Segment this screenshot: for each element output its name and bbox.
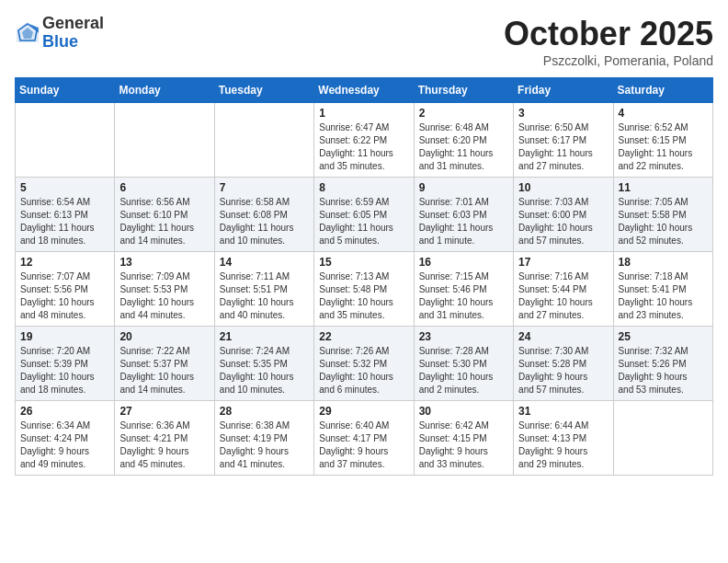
day-info: Sunrise: 6:40 AM Sunset: 4:17 PM Dayligh… xyxy=(319,419,408,471)
day-cell xyxy=(115,103,214,178)
day-number: 27 xyxy=(119,405,209,418)
day-cell: 19Sunrise: 7:20 AM Sunset: 5:39 PM Dayli… xyxy=(16,327,115,401)
day-info: Sunrise: 6:34 AM Sunset: 4:24 PM Dayligh… xyxy=(20,419,109,471)
day-cell: 13Sunrise: 7:09 AM Sunset: 5:53 PM Dayli… xyxy=(115,252,214,327)
day-info: Sunrise: 7:03 AM Sunset: 6:00 PM Dayligh… xyxy=(518,196,608,247)
day-cell: 8Sunrise: 6:59 AM Sunset: 6:05 PM Daylig… xyxy=(314,178,414,252)
location: Pszczolki, Pomerania, Poland xyxy=(504,53,713,68)
day-info: Sunrise: 7:01 AM Sunset: 6:03 PM Dayligh… xyxy=(419,196,508,247)
day-number: 17 xyxy=(518,256,608,269)
day-number: 23 xyxy=(419,330,508,343)
day-cell: 22Sunrise: 7:26 AM Sunset: 5:32 PM Dayli… xyxy=(314,327,414,401)
day-number: 10 xyxy=(518,181,608,194)
day-number: 25 xyxy=(619,330,708,343)
day-number: 11 xyxy=(619,181,708,194)
week-row-2: 5Sunrise: 6:54 AM Sunset: 6:13 PM Daylig… xyxy=(16,178,713,252)
day-cell: 31Sunrise: 6:44 AM Sunset: 4:13 PM Dayli… xyxy=(514,401,613,476)
day-number: 12 xyxy=(20,256,109,269)
day-cell: 30Sunrise: 6:42 AM Sunset: 4:15 PM Dayli… xyxy=(414,401,513,476)
day-cell: 12Sunrise: 7:07 AM Sunset: 5:56 PM Dayli… xyxy=(16,252,115,327)
day-info: Sunrise: 7:20 AM Sunset: 5:39 PM Dayligh… xyxy=(20,345,109,396)
week-row-1: 1Sunrise: 6:47 AM Sunset: 6:22 PM Daylig… xyxy=(16,103,713,178)
day-info: Sunrise: 7:09 AM Sunset: 5:53 PM Dayligh… xyxy=(119,270,209,322)
header-cell-thursday: Thursday xyxy=(414,78,513,103)
day-info: Sunrise: 7:16 AM Sunset: 5:44 PM Dayligh… xyxy=(518,270,608,322)
day-cell: 9Sunrise: 7:01 AM Sunset: 6:03 PM Daylig… xyxy=(414,178,513,252)
day-cell: 24Sunrise: 7:30 AM Sunset: 5:28 PM Dayli… xyxy=(514,327,613,401)
day-info: Sunrise: 7:11 AM Sunset: 5:51 PM Dayligh… xyxy=(220,270,309,322)
day-cell: 2Sunrise: 6:48 AM Sunset: 6:20 PM Daylig… xyxy=(414,103,513,178)
day-number: 2 xyxy=(419,107,508,120)
day-number: 4 xyxy=(619,107,708,120)
logo: General Blue xyxy=(15,15,104,52)
day-cell: 14Sunrise: 7:11 AM Sunset: 5:51 PM Dayli… xyxy=(214,252,313,327)
day-cell: 25Sunrise: 7:32 AM Sunset: 5:26 PM Dayli… xyxy=(613,327,712,401)
header-row: SundayMondayTuesdayWednesdayThursdayFrid… xyxy=(16,78,713,103)
day-number: 22 xyxy=(319,330,408,343)
day-info: Sunrise: 7:22 AM Sunset: 5:37 PM Dayligh… xyxy=(119,345,209,396)
day-info: Sunrise: 7:15 AM Sunset: 5:46 PM Dayligh… xyxy=(419,270,508,322)
day-info: Sunrise: 7:26 AM Sunset: 5:32 PM Dayligh… xyxy=(319,345,408,396)
day-cell xyxy=(613,401,712,476)
day-info: Sunrise: 7:28 AM Sunset: 5:30 PM Dayligh… xyxy=(419,345,508,396)
day-number: 26 xyxy=(20,405,109,418)
header-cell-monday: Monday xyxy=(115,78,214,103)
calendar-header: SundayMondayTuesdayWednesdayThursdayFrid… xyxy=(16,78,713,103)
title-block: October 2025 Pszczolki, Pomerania, Polan… xyxy=(504,15,713,68)
day-info: Sunrise: 6:47 AM Sunset: 6:22 PM Dayligh… xyxy=(319,121,408,173)
day-info: Sunrise: 6:54 AM Sunset: 6:13 PM Dayligh… xyxy=(20,196,109,247)
week-row-4: 19Sunrise: 7:20 AM Sunset: 5:39 PM Dayli… xyxy=(16,327,713,401)
day-number: 24 xyxy=(518,330,608,343)
day-number: 31 xyxy=(518,405,608,418)
day-info: Sunrise: 7:32 AM Sunset: 5:26 PM Dayligh… xyxy=(619,345,708,396)
day-number: 7 xyxy=(220,181,309,194)
day-cell: 7Sunrise: 6:58 AM Sunset: 6:08 PM Daylig… xyxy=(214,178,313,252)
day-number: 5 xyxy=(20,181,109,194)
day-number: 30 xyxy=(419,405,508,418)
day-info: Sunrise: 7:18 AM Sunset: 5:41 PM Dayligh… xyxy=(619,270,708,322)
day-number: 6 xyxy=(119,181,209,194)
day-cell: 29Sunrise: 6:40 AM Sunset: 4:17 PM Dayli… xyxy=(314,401,414,476)
day-cell: 17Sunrise: 7:16 AM Sunset: 5:44 PM Dayli… xyxy=(514,252,613,327)
day-number: 19 xyxy=(20,330,109,343)
logo-blue: Blue xyxy=(42,33,104,52)
day-info: Sunrise: 7:07 AM Sunset: 5:56 PM Dayligh… xyxy=(20,270,109,322)
day-cell: 5Sunrise: 6:54 AM Sunset: 6:13 PM Daylig… xyxy=(16,178,115,252)
header-cell-sunday: Sunday xyxy=(16,78,115,103)
day-cell: 15Sunrise: 7:13 AM Sunset: 5:48 PM Dayli… xyxy=(314,252,414,327)
day-info: Sunrise: 7:13 AM Sunset: 5:48 PM Dayligh… xyxy=(319,270,408,322)
day-info: Sunrise: 6:44 AM Sunset: 4:13 PM Dayligh… xyxy=(518,419,608,471)
day-cell: 4Sunrise: 6:52 AM Sunset: 6:15 PM Daylig… xyxy=(613,103,712,178)
page-header: General Blue October 2025 Pszczolki, Pom… xyxy=(15,15,713,68)
day-cell: 3Sunrise: 6:50 AM Sunset: 6:17 PM Daylig… xyxy=(514,103,613,178)
day-number: 20 xyxy=(119,330,209,343)
month-title: October 2025 xyxy=(504,15,713,53)
day-info: Sunrise: 6:36 AM Sunset: 4:21 PM Dayligh… xyxy=(119,419,209,471)
day-number: 8 xyxy=(319,181,408,194)
day-number: 21 xyxy=(220,330,309,343)
day-info: Sunrise: 6:59 AM Sunset: 6:05 PM Dayligh… xyxy=(319,196,408,247)
day-number: 18 xyxy=(619,256,708,269)
logo-general: General xyxy=(42,15,104,33)
day-cell: 16Sunrise: 7:15 AM Sunset: 5:46 PM Dayli… xyxy=(414,252,513,327)
header-cell-saturday: Saturday xyxy=(613,78,712,103)
day-cell: 20Sunrise: 7:22 AM Sunset: 5:37 PM Dayli… xyxy=(115,327,214,401)
day-number: 13 xyxy=(119,256,209,269)
header-cell-friday: Friday xyxy=(514,78,613,103)
day-info: Sunrise: 6:58 AM Sunset: 6:08 PM Dayligh… xyxy=(220,196,309,247)
day-info: Sunrise: 6:56 AM Sunset: 6:10 PM Dayligh… xyxy=(119,196,209,247)
day-info: Sunrise: 6:48 AM Sunset: 6:20 PM Dayligh… xyxy=(419,121,508,173)
day-number: 9 xyxy=(419,181,508,194)
header-cell-tuesday: Tuesday xyxy=(214,78,313,103)
day-number: 1 xyxy=(319,107,408,120)
day-info: Sunrise: 7:24 AM Sunset: 5:35 PM Dayligh… xyxy=(220,345,309,396)
day-number: 15 xyxy=(319,256,408,269)
day-cell: 27Sunrise: 6:36 AM Sunset: 4:21 PM Dayli… xyxy=(115,401,214,476)
day-cell: 23Sunrise: 7:28 AM Sunset: 5:30 PM Dayli… xyxy=(414,327,513,401)
day-number: 29 xyxy=(319,405,408,418)
day-info: Sunrise: 7:05 AM Sunset: 5:58 PM Dayligh… xyxy=(619,196,708,247)
calendar: SundayMondayTuesdayWednesdayThursdayFrid… xyxy=(15,77,713,476)
week-row-3: 12Sunrise: 7:07 AM Sunset: 5:56 PM Dayli… xyxy=(16,252,713,327)
day-cell: 21Sunrise: 7:24 AM Sunset: 5:35 PM Dayli… xyxy=(214,327,313,401)
day-info: Sunrise: 6:38 AM Sunset: 4:19 PM Dayligh… xyxy=(220,419,309,471)
